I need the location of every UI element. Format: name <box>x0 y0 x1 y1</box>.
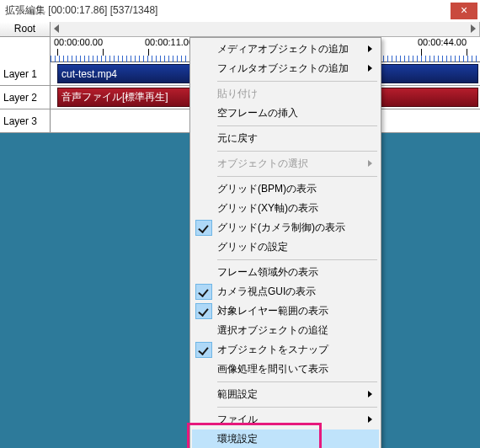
menu-item-label: グリッド(カメラ制御)の表示 <box>217 221 345 235</box>
menu-item-label: フィルタオブジェクトの追加 <box>217 61 349 76</box>
menu-item[interactable]: 範囲設定 <box>192 385 379 404</box>
layer-name[interactable]: Layer 1 <box>0 62 51 85</box>
close-button[interactable]: × <box>451 3 477 19</box>
menu-item-label: 選択オブジェクトの追従 <box>217 323 328 338</box>
menu-item-label: オブジェクトをスナップ <box>217 343 328 357</box>
menu-item-label: 画像処理を間引いて表示 <box>217 362 328 376</box>
root-button[interactable]: Root <box>0 22 51 37</box>
horizontal-scrollbar[interactable] <box>51 22 480 36</box>
check-icon <box>195 303 212 319</box>
menu-separator <box>217 381 377 382</box>
menu-item[interactable]: カメラ視点GUIの表示 <box>192 282 379 301</box>
close-icon: × <box>461 3 467 17</box>
menu-item[interactable]: フレーム領域外の表示 <box>192 263 379 282</box>
menu-item[interactable]: 対象レイヤー範囲の表示 <box>192 301 379 321</box>
layer-name[interactable]: Layer 3 <box>0 109 51 132</box>
window-title: 拡張編集 [00:00:17.86] [537/1348] <box>5 3 451 18</box>
menu-separator <box>217 176 377 177</box>
menu-item[interactable]: ファイル <box>192 410 379 429</box>
menu-item[interactable]: メディアオブジェクトの追加 <box>192 40 379 59</box>
time-label: 00:00:44.00 <box>418 37 467 47</box>
menu-item[interactable]: 元に戻す <box>192 129 379 148</box>
menu-separator <box>217 125 377 126</box>
menu-item[interactable]: グリッド(XY軸)の表示 <box>192 199 379 218</box>
menu-item[interactable]: 環境設定 <box>192 429 379 448</box>
menu-item-label: フレーム領域外の表示 <box>217 265 318 280</box>
menu-item-label: オブジェクトの選択 <box>217 157 308 171</box>
menu-item-label: グリッド(XY軸)の表示 <box>217 201 318 216</box>
ruler-gutter <box>0 37 51 62</box>
menu-item[interactable]: 選択オブジェクトの追従 <box>192 321 379 340</box>
menu-item[interactable]: グリッド(カメラ制御)の表示 <box>192 218 379 237</box>
menu-item[interactable]: 空フレームの挿入 <box>192 104 379 123</box>
menu-item[interactable]: グリッドの設定 <box>192 237 379 257</box>
layer-name[interactable]: Layer 2 <box>0 86 51 109</box>
menu-item[interactable]: オブジェクトをスナップ <box>192 340 379 360</box>
menu-separator <box>217 81 377 82</box>
menu-item-label: 範囲設定 <box>217 387 258 402</box>
menu-item-label: 環境設定 <box>217 432 258 446</box>
menu-item[interactable]: フィルタオブジェクトの追加 <box>192 59 379 78</box>
menu-item-label: ファイル <box>217 413 258 427</box>
check-icon <box>195 220 212 236</box>
check-icon <box>195 342 212 358</box>
menu-item-label: メディアオブジェクトの追加 <box>217 42 349 56</box>
titlebar: 拡張編集 [00:00:17.86] [537/1348] × <box>0 0 480 22</box>
menu-item-label: グリッドの設定 <box>217 240 288 254</box>
menu-item: 貼り付け <box>192 84 379 104</box>
time-label: 00:00:11.00 <box>145 37 194 47</box>
menu-item[interactable]: 画像処理を間引いて表示 <box>192 360 379 379</box>
menu-item-label: カメラ視点GUIの表示 <box>217 285 316 299</box>
menu-separator <box>217 151 377 152</box>
menu-item-label: 元に戻す <box>217 131 258 146</box>
menu-item-label: 貼り付け <box>217 87 258 101</box>
time-label: 00:00:00.00 <box>54 37 103 47</box>
menu-item-label: 対象レイヤー範囲の表示 <box>217 304 328 318</box>
check-icon <box>195 284 212 300</box>
menu-item-label: グリッド(BPM)の表示 <box>217 182 317 196</box>
menu-item-label: 空フレームの挿入 <box>217 106 298 120</box>
menu-separator <box>217 407 377 408</box>
context-menu[interactable]: メディアオブジェクトの追加フィルタオブジェクトの追加貼り付け空フレームの挿入元に… <box>189 37 381 448</box>
toolbar: Root <box>0 22 480 37</box>
menu-item: オブジェクトの選択 <box>192 154 379 173</box>
menu-separator <box>217 259 377 260</box>
menu-item[interactable]: グリッド(BPM)の表示 <box>192 179 379 199</box>
